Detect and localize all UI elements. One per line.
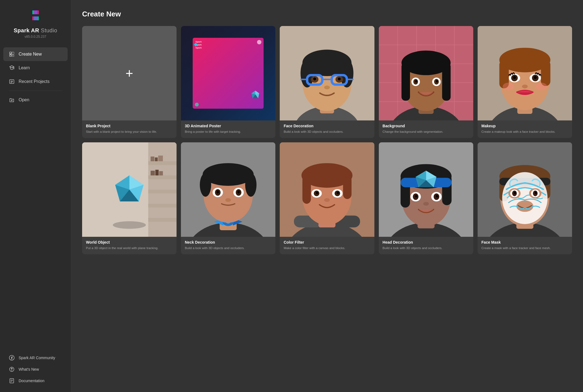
- nav-label-whats-new: What's New: [19, 367, 39, 371]
- nav-items: Create New Learn: [0, 47, 71, 352]
- template-card-background[interactable]: Background Change the background with se…: [379, 26, 473, 138]
- poster-content: Spark Spark Spark: [193, 38, 264, 109]
- svg-point-158: [436, 195, 438, 197]
- template-desc-makeup: Create a makeup look with a face tracker…: [481, 129, 568, 134]
- template-thumb-poster: Spark Spark Spark: [181, 26, 275, 120]
- template-name-poster: 3D Animated Poster: [185, 124, 272, 128]
- whats-new-icon: [9, 366, 15, 372]
- svg-rect-86: [148, 161, 177, 165]
- person-svg-neck: [181, 142, 275, 237]
- template-info-poster: 3D Animated Poster Bring a poster to lif…: [181, 120, 275, 138]
- template-card-poster[interactable]: Spark Spark Spark: [181, 26, 275, 138]
- svg-point-80: [534, 76, 536, 79]
- person-svg-head-deco: [379, 142, 473, 237]
- template-desc-blank: Start with a blank project to bring your…: [86, 129, 173, 134]
- template-info-makeup: Makeup Create a makeup look with a face …: [478, 120, 572, 138]
- nav-divider: [9, 91, 62, 91]
- spark-ar-logo: [27, 7, 44, 24]
- create-icon: [9, 51, 15, 57]
- brand-section: Spark AR Studio v85.0.0.25.237: [0, 7, 71, 39]
- template-thumb-makeup: [478, 26, 572, 120]
- poster-visual: Spark Spark Spark: [193, 38, 264, 109]
- template-info-background: Background Change the background with se…: [379, 120, 473, 138]
- svg-point-176: [535, 192, 537, 194]
- nav-label-recent: Recent Projects: [19, 79, 50, 84]
- template-card-neck[interactable]: Neck Decoration Build a look with 3D obj…: [181, 142, 275, 254]
- svg-rect-89: [148, 204, 177, 207]
- svg-point-159: [423, 202, 429, 206]
- template-name-color-filter: Color Filter: [284, 240, 370, 244]
- nav-item-documentation[interactable]: Documentation: [3, 375, 68, 387]
- nav-item-open[interactable]: Open: [3, 93, 68, 107]
- face-deco-visual: [280, 26, 374, 120]
- svg-rect-61: [442, 63, 451, 101]
- template-card-head-deco[interactable]: Head Decoration Build a look with 3D obj…: [379, 142, 473, 254]
- template-name-face-deco: Face Decoration: [284, 124, 370, 128]
- gem-icon: [250, 90, 260, 100]
- template-card-world[interactable]: World Object Put a 3D object in the real…: [82, 142, 177, 254]
- svg-rect-91: [151, 157, 154, 161]
- nav-item-whats-new[interactable]: What's New: [3, 364, 68, 375]
- svg-rect-88: [148, 189, 177, 193]
- svg-rect-90: [148, 218, 177, 222]
- template-thumb-face-mask: [478, 142, 572, 237]
- svg-point-103: [113, 221, 146, 229]
- svg-point-168: [502, 172, 548, 224]
- nav-item-create-new[interactable]: Create New: [3, 47, 68, 61]
- svg-marker-0: [30, 8, 41, 23]
- svg-rect-131: [343, 175, 352, 199]
- template-info-head-deco: Head Decoration Build a look with 3D obj…: [379, 237, 473, 254]
- nav-item-community[interactable]: Spark AR Community: [3, 352, 68, 364]
- template-desc-neck: Build a look with 3D objects and occlude…: [185, 246, 272, 250]
- template-info-neck: Neck Decoration Build a look with 3D obj…: [181, 237, 275, 254]
- open-icon: [9, 97, 15, 103]
- template-info-face-mask: Face Mask Create a mask with a face trac…: [478, 237, 572, 254]
- person-svg-makeup: [478, 26, 572, 120]
- svg-point-114: [245, 173, 256, 197]
- template-card-color-filter[interactable]: Color Filter Make a color filter with a …: [280, 142, 374, 254]
- svg-rect-92: [155, 157, 158, 161]
- template-thumb-head-deco: [379, 142, 473, 237]
- template-grid-row1: + Blank Project Start with a blank proje…: [82, 26, 572, 138]
- template-name-makeup: Makeup: [481, 124, 568, 128]
- learn-icon: [9, 65, 15, 71]
- svg-rect-3: [34, 16, 37, 20]
- svg-point-82: [536, 83, 547, 90]
- template-desc-background: Change the background with segmentation.: [383, 129, 469, 134]
- nav-label-create-new: Create New: [19, 52, 42, 57]
- template-grid-row2: World Object Put a 3D object in the real…: [82, 142, 572, 254]
- template-name-face-mask: Face Mask: [481, 240, 568, 244]
- person-svg-face-mask: [478, 142, 572, 237]
- svg-point-11: [14, 69, 14, 69]
- nav-label-documentation: Documentation: [19, 379, 44, 383]
- svg-point-113: [200, 173, 211, 197]
- svg-point-137: [337, 192, 339, 194]
- nav-item-recent-projects[interactable]: Recent Projects: [3, 75, 68, 88]
- svg-point-83: [522, 85, 528, 88]
- template-card-blank[interactable]: + Blank Project Start with a blank proje…: [82, 26, 177, 138]
- template-desc-face-mask: Create a mask with a face tracker and fa…: [481, 246, 568, 250]
- template-card-makeup[interactable]: Makeup Create a makeup look with a face …: [478, 26, 572, 138]
- page-title: Create New: [82, 10, 572, 18]
- svg-rect-74: [541, 60, 550, 86]
- svg-point-157: [415, 195, 417, 197]
- svg-point-66: [415, 80, 417, 83]
- svg-rect-8: [10, 55, 11, 56]
- svg-rect-60: [401, 63, 410, 101]
- template-name-head-deco: Head Decoration: [383, 240, 469, 244]
- template-card-face-deco[interactable]: Face Decoration Build a look with 3D obj…: [280, 26, 374, 138]
- nav-label-open: Open: [19, 97, 29, 102]
- svg-point-67: [436, 80, 438, 83]
- template-name-world: World Object: [86, 240, 173, 244]
- template-card-face-mask[interactable]: Face Mask Create a mask with a face trac…: [478, 142, 572, 254]
- template-desc-head-deco: Build a look with 3D objects and occlude…: [383, 246, 469, 250]
- nav-item-learn[interactable]: Learn: [3, 61, 68, 75]
- svg-point-120: [237, 191, 240, 193]
- person-svg-color-filter: [280, 142, 374, 237]
- template-thumb-neck: [181, 142, 275, 237]
- svg-point-46: [324, 85, 330, 89]
- svg-point-175: [514, 192, 516, 194]
- svg-point-121: [225, 198, 231, 202]
- svg-rect-93: [158, 155, 163, 161]
- template-name-background: Background: [383, 124, 469, 128]
